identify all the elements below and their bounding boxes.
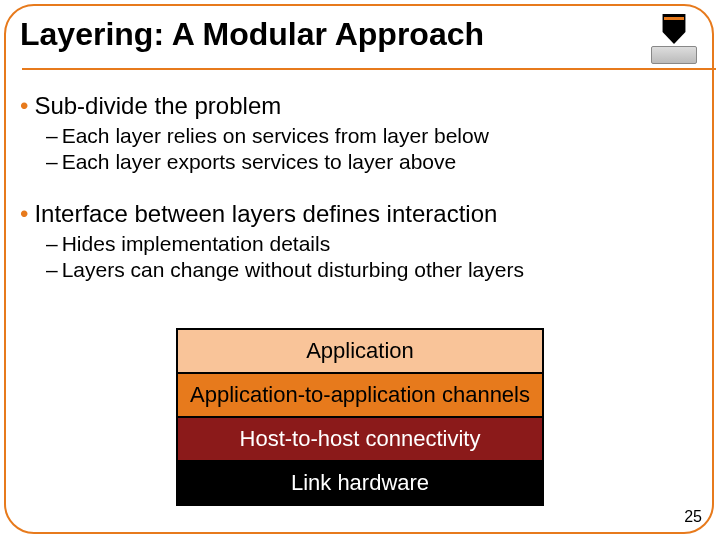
spacer: [20, 176, 696, 194]
bullet-dot-icon: •: [20, 200, 34, 227]
bullet-dash-icon: –: [46, 232, 62, 255]
bullet-1b-text: Each layer exports services to layer abo…: [62, 150, 457, 173]
bullet-2a-text: Hides implementation details: [62, 232, 330, 255]
slide-title: Layering: A Modular Approach: [18, 12, 640, 59]
shield-icon: [661, 14, 687, 44]
slide: Layering: A Modular Approach •Sub-divide…: [0, 0, 720, 540]
bullet-1-text: Sub-divide the problem: [34, 92, 281, 119]
layer-stack-diagram: Application Application-to-application c…: [176, 328, 544, 506]
title-area: Layering: A Modular Approach: [18, 12, 640, 59]
bullet-dot-icon: •: [20, 92, 34, 119]
bullet-1a: –Each layer relies on services from laye…: [60, 124, 696, 148]
page-number: 25: [684, 508, 702, 526]
bullet-2b: –Layers can change without disturbing ot…: [60, 258, 696, 282]
layer-application: Application: [176, 328, 544, 374]
bullet-2a: –Hides implementation details: [60, 232, 696, 256]
bullet-1b: –Each layer exports services to layer ab…: [60, 150, 696, 174]
title-underline: [22, 68, 716, 70]
layer-link-hardware: Link hardware: [176, 462, 544, 506]
princeton-logo: [652, 14, 696, 66]
layer-app-channels: Application-to-application channels: [176, 374, 544, 418]
bullet-dash-icon: –: [46, 258, 62, 281]
bullet-2-text: Interface between layers defines interac…: [34, 200, 497, 227]
layer-host-connectivity: Host-to-host connectivity: [176, 418, 544, 462]
bullet-2: •Interface between layers defines intera…: [34, 200, 696, 228]
bullet-dash-icon: –: [46, 124, 62, 147]
bullet-1: •Sub-divide the problem: [34, 92, 696, 120]
content-area: •Sub-divide the problem –Each layer reli…: [20, 86, 696, 284]
logo-base-icon: [651, 46, 697, 64]
bullet-dash-icon: –: [46, 150, 62, 173]
bullet-2b-text: Layers can change without disturbing oth…: [62, 258, 524, 281]
bullet-1a-text: Each layer relies on services from layer…: [62, 124, 489, 147]
